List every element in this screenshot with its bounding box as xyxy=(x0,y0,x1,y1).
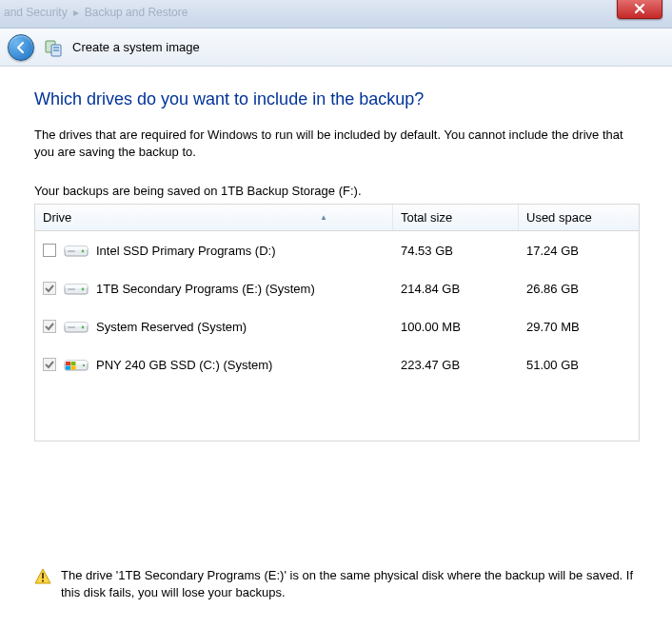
cell-used-space: 26.86 GB xyxy=(519,282,639,296)
table-row: 1TB Secondary Programs (E:) (System)214.… xyxy=(35,269,639,307)
warning-message: The drive '1TB Secondary Programs (E:)' … xyxy=(34,567,640,601)
back-button[interactable] xyxy=(8,34,34,61)
cell-drive: Intel SSD Primary Programs (D:) xyxy=(35,241,393,260)
breadcrumb-part: and Security xyxy=(4,6,68,19)
cell-total-size: 100.00 MB xyxy=(393,320,519,334)
table-row: PNY 240 GB SSD (C:) (System)223.47 GB51.… xyxy=(35,345,639,383)
sort-ascending-icon: ▲ xyxy=(320,213,327,222)
table-row: Intel SSD Primary Programs (D:)74.53 GB1… xyxy=(35,231,639,269)
breadcrumb-part: Backup and Restore xyxy=(85,6,188,19)
cell-total-size: 214.84 GB xyxy=(393,282,519,296)
drive-checkbox xyxy=(43,358,56,371)
drive-icon xyxy=(64,241,89,260)
drive-name: System Reserved (System) xyxy=(96,320,247,334)
breadcrumb-separator: ▸ xyxy=(73,6,79,19)
close-button[interactable] xyxy=(617,0,662,19)
description: The drives that are required for Windows… xyxy=(34,127,624,161)
table-header: Drive ▲ Total size Used space xyxy=(35,205,639,231)
column-header-total[interactable]: Total size xyxy=(393,205,519,230)
back-arrow-icon xyxy=(14,41,28,54)
column-header-drive[interactable]: Drive ▲ xyxy=(35,205,393,230)
cell-total-size: 223.47 GB xyxy=(393,358,519,372)
nav-bar: Create a system image xyxy=(0,29,672,67)
drive-checkbox xyxy=(43,320,56,333)
drive-icon xyxy=(64,279,89,298)
column-header-used[interactable]: Used space xyxy=(519,205,639,230)
cell-drive: System Reserved (System) xyxy=(35,317,393,336)
drive-windows-icon xyxy=(64,355,89,374)
page-title: Create a system image xyxy=(72,40,200,54)
check-icon xyxy=(45,322,54,331)
cell-total-size: 74.53 GB xyxy=(393,244,519,258)
system-image-icon xyxy=(44,38,63,57)
cell-used-space: 29.70 MB xyxy=(519,320,639,334)
drive-table: Drive ▲ Total size Used space Intel SSD … xyxy=(34,204,640,442)
table-row: System Reserved (System)100.00 MB29.70 M… xyxy=(35,307,639,345)
check-icon xyxy=(45,360,54,369)
cell-used-space: 51.00 GB xyxy=(519,358,639,372)
warning-text: The drive '1TB Secondary Programs (E:)' … xyxy=(61,567,640,601)
cell-drive: 1TB Secondary Programs (E:) (System) xyxy=(35,279,393,298)
table-body: Intel SSD Primary Programs (D:)74.53 GB1… xyxy=(35,231,639,383)
warning-icon xyxy=(34,568,51,585)
breadcrumb: and Security ▸ Backup and Restore xyxy=(4,6,188,19)
drive-icon xyxy=(64,317,89,336)
drive-checkbox xyxy=(43,282,56,295)
content-area: Which drives do you want to include in t… xyxy=(0,67,672,628)
drive-checkbox[interactable] xyxy=(43,244,56,257)
window-titlebar: and Security ▸ Backup and Restore xyxy=(0,0,672,29)
column-header-label: Drive xyxy=(43,210,71,225)
check-icon xyxy=(45,284,54,293)
table-empty-space xyxy=(35,383,639,441)
cell-used-space: 17.24 GB xyxy=(519,244,639,258)
cell-drive: PNY 240 GB SSD (C:) (System) xyxy=(35,355,393,374)
heading: Which drives do you want to include in t… xyxy=(34,89,638,109)
drive-name: Intel SSD Primary Programs (D:) xyxy=(96,244,276,258)
close-icon xyxy=(633,2,646,15)
drive-name: 1TB Secondary Programs (E:) (System) xyxy=(96,282,315,296)
save-location-line: Your backups are being saved on 1TB Back… xyxy=(34,184,638,198)
drive-name: PNY 240 GB SSD (C:) (System) xyxy=(96,358,272,372)
